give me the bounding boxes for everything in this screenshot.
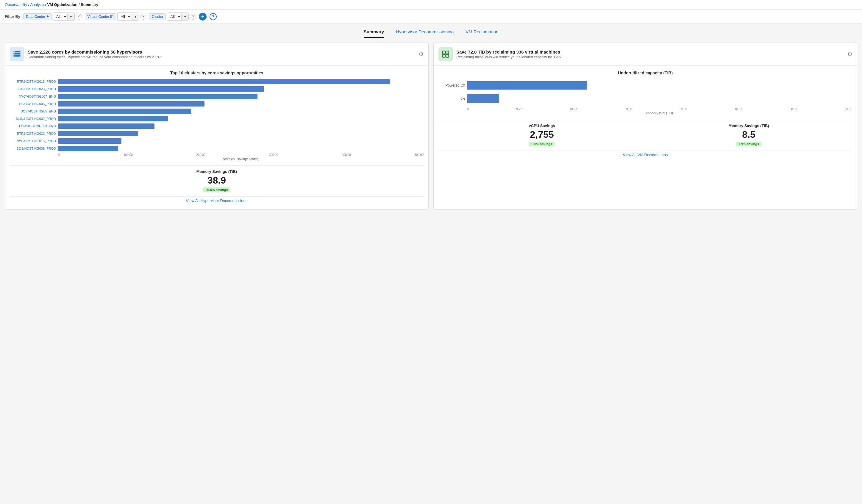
left-chart-title: Top 10 clusters by cores savings opportu… (10, 70, 423, 75)
breadcrumb: Observability / Analyze / VM Optimizatio… (0, 0, 862, 10)
right-x-axis-tick: 39.06 (680, 107, 687, 111)
filter-clear-cluster[interactable]: ✕ (190, 14, 196, 19)
filter-group-vcip: Virtual Center IP All ▼ ✕ (85, 13, 146, 21)
left-x-axis: 0100.00200.00300.00400.00500.00 (58, 153, 423, 157)
bar-fill (58, 101, 205, 107)
metric-item: vCPU Savings 2,755 9.0% savings (439, 123, 645, 146)
filter-select-cluster[interactable]: All (167, 13, 181, 20)
view-all-hypervisor-link[interactable]: View All Hypervisor Decommissions (10, 196, 423, 205)
right-bar-chart: Powered OffIdle (439, 81, 852, 103)
x-axis-tick: 500.00 (414, 153, 423, 157)
metric-item: Memory Savings (TiB) 8.5 7.9% savings (645, 123, 852, 146)
right-chart-title: Underutilized capacity (TiB) (439, 70, 852, 75)
filter-help-button[interactable]: ? (210, 13, 217, 20)
memory-savings-label: Memory Savings (TiB) (10, 169, 423, 174)
filter-select-arrow-vcip[interactable]: ▼ (132, 14, 139, 19)
filter-tag-vcip-label: Virtual Center IP (88, 15, 114, 19)
bar-label[interactable]: BOS/HOSTING023_PROD (10, 87, 56, 91)
left-panel-gear-icon[interactable]: ⚙ (419, 51, 423, 57)
left-x-axis-caption: hosts.cpu.savings (cores) (58, 157, 423, 161)
left-panel-title: Save 2,228 cores by decommissioning 58 h… (28, 49, 415, 54)
bar-fill (58, 86, 264, 92)
bar-track (58, 116, 423, 121)
filter-tag-cluster-label: Cluster (152, 15, 163, 19)
tab-vm-reclamation[interactable]: VM Reclamation (466, 29, 498, 38)
tabs-bar: Summary Hypervisor Decommissioning VM Re… (0, 24, 862, 38)
right-x-axis-caption: capacity.total (TiB) (467, 111, 852, 115)
svg-point-5 (14, 56, 15, 56)
filter-tag-vcip: Virtual Center IP (85, 13, 116, 20)
bar-fill (58, 109, 191, 114)
svg-rect-8 (443, 54, 445, 57)
bar-label[interactable]: NYC/HOSTING007_ENG (10, 95, 56, 98)
view-all-vm-link[interactable]: View All VM Reclamations (439, 150, 852, 159)
bar-label[interactable]: RTP/HOSTING031_PROD (10, 132, 56, 135)
bar-label[interactable]: SF/HOSTING003_PROD (10, 102, 56, 106)
bar-label[interactable]: LON/HOSTING023_ENG (10, 124, 56, 128)
filter-select-arrow-cluster[interactable]: ▼ (181, 14, 188, 19)
breadcrumb-observability[interactable]: Observability (5, 2, 27, 7)
right-bar-label: Powered Off (439, 83, 465, 88)
right-panel-icon (439, 47, 453, 61)
filter-select-wrap-vcip: All ▼ (117, 13, 139, 21)
bar-label[interactable]: MUN/HOSTING001_PROD (10, 117, 56, 120)
metrics-row: vCPU Savings 2,755 9.0% savings Memory S… (439, 120, 852, 146)
metric-value: 2,755 (439, 129, 645, 140)
tab-summary[interactable]: Summary (364, 29, 384, 38)
left-panel-body: Top 10 clusters by cores savings opportu… (5, 66, 428, 210)
bar-row: SF/HOSTING003_PROD (10, 101, 423, 107)
right-panel: Save 72.0 TiB by reclaiming 336 virtual … (433, 42, 857, 210)
right-x-axis: 09.7719.5329.3039.0648.8358.5968.36 (467, 107, 852, 111)
left-panel-icon (10, 47, 24, 61)
bar-label[interactable]: RTP/HOSTING013_PROD (10, 80, 56, 83)
memory-savings-value: 38.9 (10, 175, 423, 186)
bar-label[interactable]: NYC/HOSTING015_PROD (10, 139, 56, 143)
x-axis-tick: 400.00 (342, 153, 351, 157)
bar-track (58, 131, 423, 136)
svg-rect-6 (443, 51, 445, 54)
bar-track (58, 138, 423, 144)
right-bar-fill (467, 81, 587, 90)
filter-tag-icon: ⚑ (47, 15, 49, 18)
x-axis-tick: 200.00 (196, 153, 206, 157)
right-panel-body: Underutilized capacity (TiB) Powered Off… (434, 66, 857, 164)
bar-row: RTP/HOSTING013_PROD (10, 79, 423, 84)
right-bar-label: Idle (439, 96, 465, 101)
filter-select-wrap-cluster: All ▼ (167, 13, 189, 21)
right-x-axis-tick: 9.77 (516, 107, 522, 111)
bar-row: NYC/HOSTING007_ENG (10, 94, 423, 99)
memory-savings-badge: 26.8% savings (203, 187, 230, 192)
filter-clear-vcip[interactable]: ✕ (140, 14, 146, 19)
right-panel-header-text: Save 72.0 TiB by reclaiming 336 virtual … (456, 49, 844, 59)
tab-hypervisor-decommissioning[interactable]: Hypervisor Decommissioning (396, 29, 454, 38)
bar-fill (58, 138, 121, 144)
filter-add-button[interactable]: + (199, 13, 207, 21)
left-panel-header-text: Save 2,228 cores by decommissioning 58 h… (28, 49, 415, 59)
filter-group-cluster: Cluster All ▼ ✕ (149, 13, 196, 21)
metric-label: Memory Savings (TiB) (645, 123, 852, 128)
filter-select-wrap-datacenter: All ▼ (53, 13, 75, 21)
right-bar-fill (467, 94, 499, 103)
bar-fill (58, 131, 138, 136)
right-x-axis-tick: 29.30 (625, 107, 632, 111)
right-panel-gear-icon[interactable]: ⚙ (847, 51, 852, 57)
filter-select-vcip[interactable]: All (118, 13, 132, 20)
bar-label[interactable]: BOS/HOSTING05_ENG (10, 109, 56, 113)
x-axis-tick: 0 (58, 153, 60, 157)
filter-select-datacenter[interactable]: All (53, 13, 67, 20)
breadcrumb-analyze[interactable]: Analyze (30, 2, 44, 7)
bar-fill (58, 116, 168, 121)
bar-fill (58, 146, 118, 151)
bar-row: NYC/HOSTING015_PROD (10, 138, 423, 144)
left-panel-subtitle: Decommissioning these Hypervisors will r… (28, 55, 415, 59)
x-axis-tick: 300.00 (269, 153, 278, 157)
svg-point-4 (14, 54, 15, 54)
right-bar-row: Powered Off (439, 81, 852, 90)
bar-row: RTP/HOSTING031_PROD (10, 131, 423, 136)
metric-label: vCPU Savings (439, 123, 645, 128)
bar-row: BOS/HOSTING008_PROD (10, 146, 423, 151)
left-panel: Save 2,228 cores by decommissioning 58 h… (5, 42, 429, 210)
bar-label[interactable]: BOS/HOSTING008_PROD (10, 147, 56, 150)
filter-select-arrow-datacenter[interactable]: ▼ (67, 14, 75, 19)
filter-clear-datacenter[interactable]: ✕ (76, 14, 82, 19)
